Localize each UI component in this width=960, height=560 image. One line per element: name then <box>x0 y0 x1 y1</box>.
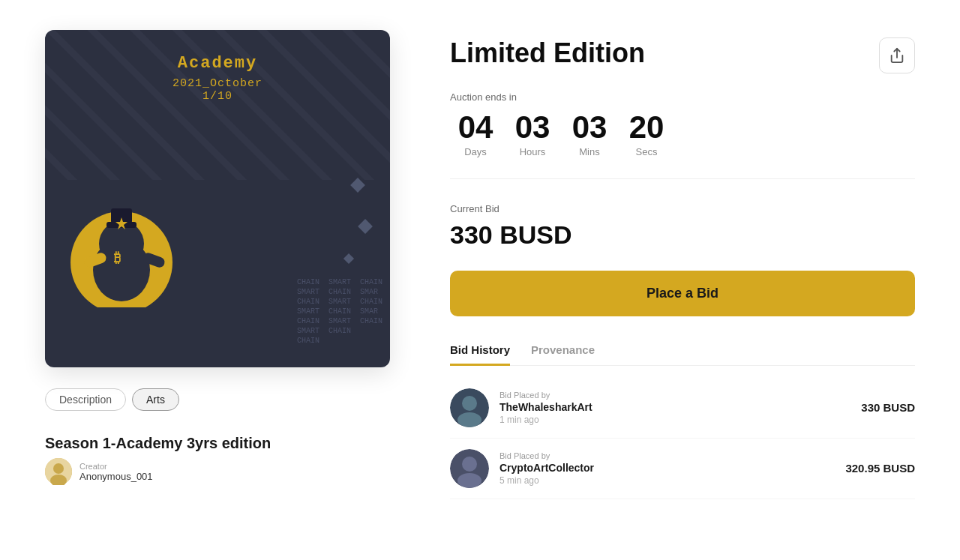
creator-info: Creator Anonymous_001 <box>80 462 153 482</box>
creator-name: Anonymous_001 <box>80 471 153 482</box>
countdown-hours: 03 Hours <box>507 112 558 157</box>
countdown-hours-value: 03 <box>515 112 550 143</box>
countdown-secs-label: Secs <box>636 146 658 157</box>
share-icon <box>889 47 905 64</box>
bid-avatar-image <box>450 388 489 427</box>
countdown-days-value: 04 <box>458 112 494 143</box>
nft-image-wrapper: Academy 2021_October 1/10 <box>45 30 390 367</box>
nft-mascot-icon: ₿ <box>68 187 188 307</box>
countdown-hours-label: Hours <box>520 146 546 157</box>
svg-rect-3 <box>358 219 373 234</box>
left-column: Academy 2021_October 1/10 <box>45 30 405 499</box>
svg-point-19 <box>462 396 477 411</box>
nft-main-title: Limited Edition <box>450 37 645 69</box>
countdown-secs: 20 Secs <box>621 112 672 157</box>
bid-info-2: Bid Placed by CryptoArtCollector 5 min a… <box>500 451 594 486</box>
svg-rect-2 <box>350 178 365 193</box>
share-button[interactable] <box>879 37 915 73</box>
bid-history-tabs: Bid History Provenance <box>450 343 915 366</box>
bid-list: Bid Placed by TheWhalesharkArt 1 min ago… <box>450 378 915 499</box>
bid-history-section: Bid History Provenance <box>450 343 915 499</box>
svg-point-20 <box>458 412 482 427</box>
bid-label: Current Bid <box>450 203 915 214</box>
description-tabs: Description Arts <box>45 388 405 411</box>
svg-rect-1 <box>45 30 390 180</box>
nft-image-canvas: Academy 2021_October 1/10 <box>45 30 390 367</box>
tab-description[interactable]: Description <box>45 388 126 411</box>
nft-description-title: Season 1-Academy 3yrs edition <box>45 435 405 452</box>
creator-row: Creator Anonymous_001 <box>45 458 405 485</box>
svg-rect-4 <box>344 253 354 264</box>
countdown-days: 04 Days <box>450 112 501 157</box>
bid-item-left: Bid Placed by TheWhalesharkArt 1 min ago <box>450 388 592 427</box>
auction-label: Auction ends in <box>450 91 915 103</box>
bid-avatar <box>450 388 489 427</box>
svg-point-22 <box>462 457 477 472</box>
bid-price-2: 320.95 BUSD <box>845 462 915 475</box>
bid-section: Current Bid 330 BUSD <box>450 203 915 250</box>
bid-time-2: 5 min ago <box>500 475 594 486</box>
nft-title-section: Season 1-Academy 3yrs edition Creator An… <box>45 432 405 485</box>
bid-avatar-2 <box>450 449 489 488</box>
title-row: Limited Edition <box>450 37 915 73</box>
countdown-secs-value: 20 <box>629 112 664 143</box>
bid-placed-label-2: Bid Placed by <box>500 451 594 460</box>
place-bid-button[interactable]: Place a Bid <box>450 271 915 316</box>
svg-text:₿: ₿ <box>114 250 121 265</box>
bid-info: Bid Placed by TheWhalesharkArt 1 min ago <box>500 391 592 425</box>
bid-bidder-name-2: CryptoArtCollector <box>500 462 594 474</box>
bid-time-1: 1 min ago <box>500 415 592 425</box>
tab-arts[interactable]: Arts <box>132 388 179 411</box>
right-column: Limited Edition Auction ends in 04 Days … <box>450 30 915 499</box>
auction-section: Auction ends in 04 Days 03 Hours 03 Mins… <box>450 91 915 157</box>
countdown-days-label: Days <box>464 146 487 157</box>
nft-image-edition: 1/10 <box>172 90 262 103</box>
bid-amount: 330 BUSD <box>450 220 915 250</box>
bid-price-1: 330 BUSD <box>861 401 915 414</box>
creator-avatar <box>45 458 72 485</box>
divider <box>450 178 915 179</box>
countdown-mins-value: 03 <box>572 112 608 143</box>
chain-text-grid: CHAIN SMART CHAIN SMART CHAIN SMAR CHAIN… <box>297 278 382 345</box>
bid-item: Bid Placed by TheWhalesharkArt 1 min ago… <box>450 378 915 439</box>
bid-item-left: Bid Placed by CryptoArtCollector 5 min a… <box>450 449 594 488</box>
svg-point-23 <box>458 473 482 488</box>
bid-placed-label-1: Bid Placed by <box>500 391 592 400</box>
bid-item: Bid Placed by CryptoArtCollector 5 min a… <box>450 439 915 499</box>
bid-avatar-image-2 <box>450 449 489 488</box>
countdown-row: 04 Days 03 Hours 03 Mins 20 Secs <box>450 112 915 157</box>
tab-provenance[interactable]: Provenance <box>531 343 595 366</box>
creator-label: Creator <box>80 462 153 471</box>
tab-bid-history[interactable]: Bid History <box>450 343 510 366</box>
svg-point-15 <box>53 463 64 474</box>
countdown-mins: 03 Mins <box>564 112 615 157</box>
countdown-mins-label: Mins <box>579 146 599 157</box>
nft-image-title: Academy <box>172 54 262 73</box>
nft-image-subtitle: 2021_October <box>172 77 262 90</box>
bid-bidder-name-1: TheWhalesharkArt <box>500 401 592 413</box>
